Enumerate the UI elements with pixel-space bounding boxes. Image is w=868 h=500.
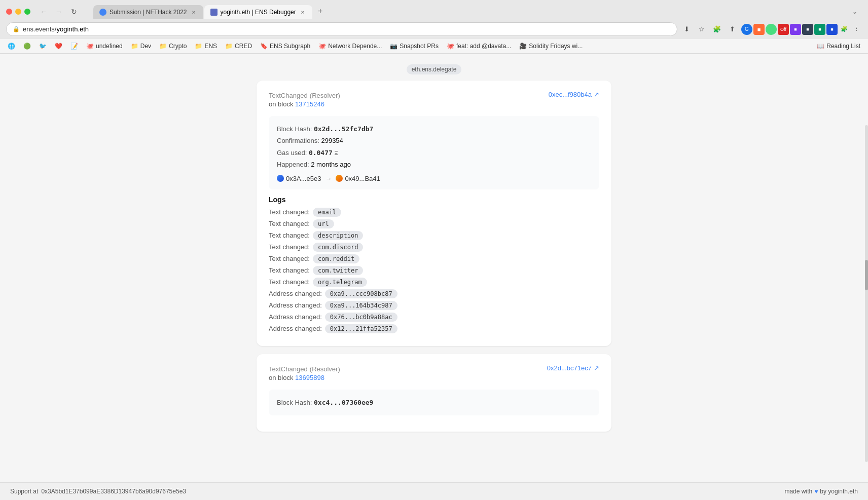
log-row-url: Text changed: url [269, 219, 599, 228]
event-title-2: TextChanged (Resolver) [269, 364, 340, 373]
bookmark-snapshot[interactable]: 📷 Snapshot PRs [386, 41, 442, 51]
tab-close-ens[interactable]: ✕ [299, 9, 306, 16]
address-flow-1: 0x3A...e5e3 → 0x49...Ba41 [277, 175, 591, 182]
event-header-2: TextChanged (Resolver) on block 13695898… [269, 364, 599, 381]
ext-icon-5[interactable]: ■ [802, 24, 813, 35]
share-icon[interactable]: ⬆ [726, 23, 738, 35]
bookmark-heart[interactable]: ❤️ [51, 41, 66, 51]
log-tag-url: url [313, 219, 334, 228]
ext-icon-7[interactable]: ■ [826, 24, 838, 35]
bookmark-crypto-label: Crypto [169, 43, 187, 50]
bookmark-green[interactable]: 🟢 [20, 41, 34, 51]
event-card-1: TextChanged (Resolver) on block 13715246… [257, 81, 611, 346]
tab-ens-debugger[interactable]: yoginth.eth | ENS Debugger ✕ [204, 5, 312, 19]
bookmark-ens[interactable]: 📁 ENS [191, 41, 221, 51]
logs-title-1: Logs [269, 196, 599, 204]
event-details-2: Block Hash: 0xc4...07360ee9 [269, 390, 599, 415]
bookmark-dev-label: Dev [140, 43, 151, 50]
bookmark-cred[interactable]: 📁 CRED [222, 41, 256, 51]
tab-close-submission[interactable]: ✕ [190, 9, 197, 16]
log-row-reddit: Text changed: com.reddit [269, 254, 599, 263]
bookmark-note[interactable]: 📝 [67, 41, 82, 51]
tab-favicon-submission [99, 9, 106, 16]
ext-icon-1[interactable]: ■ [753, 24, 765, 35]
log-tag-twitter: com.twitter [313, 266, 363, 275]
bookmark-solidity-label: Solidity Fridays wi... [529, 43, 583, 50]
refresh-button[interactable]: ↻ [67, 5, 81, 19]
back-button[interactable]: ← [37, 5, 51, 19]
top-badge-tag: eth.ens.delegate [407, 64, 462, 74]
bookmark-twitter[interactable]: 🐦 [35, 41, 50, 51]
event-details-1: Block Hash: 0x2d...52fc7db7 Confirmation… [269, 116, 599, 189]
address-bar-icons: ⬇ ☆ 🧩 ⬆ [680, 23, 738, 35]
minimize-button[interactable] [15, 9, 21, 15]
scrollbar-track[interactable] [865, 125, 868, 462]
bookmark-network[interactable]: 🐙 Network Depende... [315, 41, 385, 51]
block-hash-row-2: Block Hash: 0xc4...07360ee9 [277, 397, 591, 408]
bookmark-ens-subgraph[interactable]: 🔖 ENS Subgraph [257, 41, 314, 51]
tabs-dropdown-button[interactable]: ⌄ [848, 5, 862, 19]
flow-arrow: → [325, 175, 332, 182]
bookmark-undefined[interactable]: 🐙 undefined [83, 41, 126, 51]
bookmark-cred-label: CRED [235, 43, 252, 50]
event-card-2: TextChanged (Resolver) on block 13695898… [257, 354, 611, 432]
tx-link-1[interactable]: 0xec...f980b4a ↗ [549, 91, 599, 98]
page-inner: eth.ens.delegate TextChanged (Resolver) … [257, 64, 611, 432]
ext-icon-3[interactable]: Off [778, 24, 789, 35]
forward-button[interactable]: → [52, 5, 66, 19]
menu-icon[interactable]: ⋮ [851, 24, 862, 35]
tabs-bar: Submission | NFTHack 2022 ✕ yoginth.eth … [89, 4, 332, 19]
extensions-icon[interactable]: 🧩 [711, 23, 723, 35]
ext-google-icon[interactable]: G [741, 24, 752, 35]
tab-submission[interactable]: Submission | NFTHack 2022 ✕ [93, 5, 203, 19]
log-tag-addr1: 0xa9...ccc908bc87 [325, 289, 397, 298]
page-content: eth.ens.delegate TextChanged (Resolver) … [0, 54, 868, 482]
event-header-1: TextChanged (Resolver) on block 13715246… [269, 91, 599, 108]
log-row-addr4: Address changed: 0x12...21ffa52357 [269, 324, 599, 333]
bookmark-globe[interactable]: 🌐 [4, 41, 19, 51]
log-tag-description: description [313, 231, 363, 240]
maximize-button[interactable] [24, 9, 30, 15]
log-row-discord: Text changed: com.discord [269, 243, 599, 252]
downloads-icon[interactable]: ⬇ [680, 23, 693, 35]
log-row-telegram: Text changed: org.telegram [269, 278, 599, 287]
to-dot [336, 175, 343, 182]
traffic-lights [6, 9, 30, 15]
bookmark-star-icon[interactable]: ☆ [696, 23, 708, 35]
bookmark-dev[interactable]: 📁 Dev [127, 41, 155, 51]
bookmark-undefined-label: undefined [96, 43, 123, 50]
bookmark-ens-subgraph-label: ENS Subgraph [270, 43, 310, 50]
bookmark-feat-label: feat: add @davata... [456, 43, 511, 50]
from-address: 0x3A...e5e3 [277, 175, 321, 182]
to-address: 0x49...Ba41 [336, 175, 380, 182]
address-bar-row: 🔒 ens.events/yoginth.eth ⬇ ☆ 🧩 ⬆ G ■ Off… [0, 19, 868, 39]
bookmark-solidity[interactable]: 🎥 Solidity Fridays wi... [516, 41, 586, 51]
from-dot [277, 175, 284, 182]
log-row-addr1: Address changed: 0xa9...ccc908bc87 [269, 289, 599, 298]
tx-link-2[interactable]: 0x2d...bc71ec7 ↗ [547, 364, 599, 372]
nav-arrows: ← → ↻ [37, 5, 81, 19]
log-tag-addr3: 0x76...bc0b9a88ac [325, 313, 397, 322]
address-bar[interactable]: 🔒 ens.events/yoginth.eth [6, 22, 677, 36]
block-hash-row: Block Hash: 0x2d...52fc7db7 [277, 123, 591, 135]
bookmark-feat[interactable]: 🐙 feat: add @davata... [443, 41, 515, 51]
bookmark-snapshot-label: Snapshot PRs [400, 43, 439, 50]
tab-favicon-ens [210, 9, 218, 16]
log-tag-discord: com.discord [313, 243, 363, 252]
ext-icon-2[interactable] [766, 24, 777, 35]
log-tag-telegram: org.telegram [313, 278, 367, 287]
confirmations-row: Confirmations: 299354 [277, 135, 591, 146]
puzzle-icon[interactable]: 🧩 [839, 24, 850, 35]
scrollbar-thumb[interactable] [865, 260, 868, 290]
new-tab-button[interactable]: + [313, 4, 328, 18]
lock-icon: 🔒 [13, 26, 20, 32]
reading-list-button[interactable]: 📖 Reading List [813, 41, 864, 51]
block-number-link-1[interactable]: 13715246 [295, 100, 324, 108]
tab-title-submission: Submission | NFTHack 2022 [110, 9, 187, 16]
close-button[interactable] [6, 9, 12, 15]
ext-icon-6[interactable]: ■ [814, 24, 825, 35]
block-number-link-2[interactable]: 13695898 [295, 374, 324, 381]
log-row-description: Text changed: description [269, 231, 599, 240]
bookmark-crypto[interactable]: 📁 Crypto [156, 41, 190, 51]
ext-icon-4[interactable]: ■ [790, 24, 801, 35]
